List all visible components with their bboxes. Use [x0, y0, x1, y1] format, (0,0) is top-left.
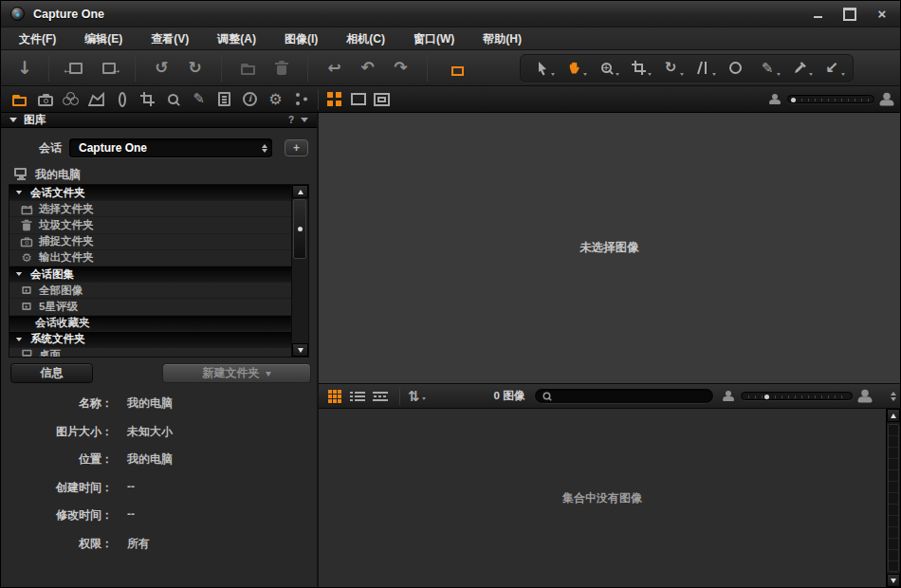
delete-button[interactable] [265, 54, 298, 83]
menu-file[interactable]: 文件(F) [5, 28, 70, 50]
app-icon [10, 7, 25, 21]
maximize-icon[interactable] [841, 8, 858, 21]
download-button[interactable] [10, 54, 39, 83]
tree-item-selects-folder[interactable]: 选择文件夹 [9, 201, 291, 217]
menu-edit[interactable]: 编辑(E) [70, 28, 137, 50]
toolbar-separator [135, 55, 136, 82]
detail-row-size: 图片大小：未知大小 [1, 424, 317, 452]
menu-view[interactable]: 查看(V) [137, 28, 203, 50]
rotate-ccw-button[interactable] [145, 54, 178, 83]
spot-tool-button[interactable] [719, 56, 751, 81]
rotate-tool-button[interactable] [654, 56, 687, 81]
brush-icon [762, 60, 774, 76]
panel-menu-icon[interactable] [301, 118, 308, 126]
tree-group-session-favorites[interactable]: 会话收藏夹 [9, 316, 291, 332]
picker-tool-button[interactable] [783, 56, 816, 81]
zoom-tool-button[interactable] [590, 56, 622, 81]
browser-filmstrip-button[interactable] [369, 385, 392, 408]
tree-scroll-thumb[interactable] [293, 199, 306, 259]
close-icon[interactable] [873, 8, 891, 21]
tree-group-system-folders[interactable]: 系统文件夹 [9, 332, 291, 348]
search-input[interactable] [557, 391, 707, 402]
sort-button[interactable] [408, 388, 426, 404]
minimize-icon[interactable] [809, 8, 826, 21]
info-button[interactable]: 信息 [10, 363, 93, 383]
viewer-zoom-cluster [769, 94, 900, 104]
apply-tool-button[interactable] [816, 56, 848, 81]
import-button[interactable]: ← [59, 54, 92, 83]
browser-grid-button[interactable] [323, 385, 346, 408]
browser-scrollbar[interactable] [886, 409, 900, 587]
add-session-button[interactable]: + [285, 139, 308, 156]
library-panel-header[interactable]: 图库 ? [1, 113, 317, 128]
tab-color[interactable] [58, 87, 83, 112]
tree-item-desktop[interactable]: 桌面 [9, 348, 291, 357]
scroll-up-icon[interactable] [887, 409, 900, 422]
tab-lens[interactable] [109, 87, 135, 112]
browser-empty-message: 集合中没有图像 [319, 409, 886, 587]
thumbnail-zoom-cluster [723, 391, 871, 401]
view-single-button[interactable] [346, 88, 370, 111]
tab-library[interactable] [7, 87, 32, 112]
tree-item-five-star[interactable]: 5星评级 [9, 299, 291, 315]
pan-hand-icon [567, 61, 581, 75]
menu-window[interactable]: 窗口(W) [399, 28, 469, 50]
move-to-folder-button[interactable] [231, 54, 265, 83]
copy-adjustments-button[interactable] [437, 54, 470, 83]
search-box[interactable] [534, 388, 714, 404]
menu-help[interactable]: 帮助(H) [469, 28, 536, 50]
revert-button[interactable] [318, 54, 351, 83]
tab-output-icon [268, 91, 282, 107]
tab-details[interactable] [160, 87, 186, 112]
tree-item-trash-folder[interactable]: 垃圾文件夹 [9, 217, 291, 233]
viewer-zoom-slider[interactable] [787, 95, 874, 103]
rotate-cw-button[interactable] [178, 54, 211, 83]
keystone-tool-button[interactable] [687, 56, 719, 81]
tab-composition[interactable] [135, 87, 160, 112]
browser-resize-handle[interactable] [891, 389, 898, 404]
thumbnail-zoom-slider[interactable] [741, 392, 853, 400]
export-button[interactable]: → [92, 54, 125, 83]
undo-button[interactable] [351, 54, 384, 83]
browser-scroll-thumb[interactable] [888, 424, 899, 572]
tab-batch[interactable] [288, 87, 314, 112]
tab-lens-icon [119, 92, 126, 107]
capture-one-window: Capture One 文件(F) 编辑(E) 查看(V) 调整(A) 图像(I… [0, 0, 901, 588]
scroll-down-icon[interactable] [292, 343, 308, 357]
view-grid-button[interactable] [322, 88, 346, 111]
crop-tool-button[interactable] [622, 56, 654, 81]
tree-item-output-folder[interactable]: 输出文件夹 [9, 250, 291, 266]
browser-list-button[interactable] [346, 385, 369, 408]
chevron-down-icon [266, 372, 271, 379]
tree-item-all-images[interactable]: 全部图像 [9, 283, 291, 299]
tab-clipboard-icon [218, 92, 230, 106]
brush-tool-button[interactable] [751, 56, 783, 81]
tab-capture[interactable] [32, 87, 58, 112]
tree-scrollbar[interactable] [291, 185, 308, 357]
tab-exposure[interactable] [83, 87, 109, 112]
view-proof-button[interactable] [370, 88, 394, 111]
tab-clipboard[interactable] [211, 87, 237, 112]
scroll-up-icon[interactable] [292, 185, 308, 198]
menu-adjust[interactable]: 调整(A) [203, 28, 270, 50]
tree-group-session-folders[interactable]: 会话文件夹 [9, 185, 291, 201]
pan-hand-button[interactable] [558, 56, 590, 81]
tree-group-session-albums[interactable]: 会话图集 [9, 266, 291, 283]
spinner-icon[interactable] [262, 141, 267, 156]
menu-image[interactable]: 图像(I) [270, 28, 332, 50]
session-dropdown[interactable]: Capture One [69, 138, 272, 157]
cursor-tool-group [520, 54, 854, 83]
help-icon[interactable]: ? [288, 115, 294, 125]
new-folder-button[interactable]: 新建文件夹 [162, 363, 311, 383]
tab-output[interactable] [263, 87, 288, 112]
keystone-icon [696, 61, 709, 75]
select-cursor-button[interactable] [525, 56, 558, 81]
tab-metadata[interactable] [237, 87, 263, 112]
scroll-down-icon[interactable] [887, 574, 900, 587]
computer-row[interactable]: 我的电脑 [14, 167, 317, 183]
tab-adjustments[interactable] [186, 87, 211, 112]
tree-item-capture-folder[interactable]: 捕捉文件夹 [9, 234, 291, 250]
undo-icon [360, 60, 374, 76]
menu-camera[interactable]: 相机(C) [332, 28, 399, 50]
redo-button[interactable] [384, 54, 417, 83]
